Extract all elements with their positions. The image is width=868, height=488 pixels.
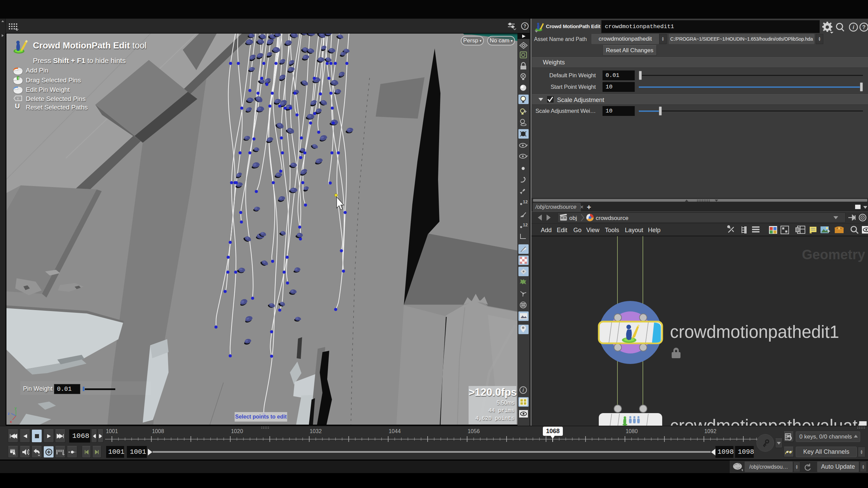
svg-text:y: y <box>15 406 17 410</box>
svg-text:1092: 1092 <box>704 428 716 434</box>
svg-text:Geometry: Geometry <box>802 247 865 262</box>
svg-text:1032: 1032 <box>310 428 322 434</box>
svg-text:1080: 1080 <box>626 428 638 434</box>
svg-text:crowdmotionpathevaluate1: crowdmotionpathevaluate1 <box>670 416 868 426</box>
svg-text:i: i <box>853 24 854 30</box>
svg-text:?: ? <box>524 23 527 29</box>
svg-text:crowdmotionpathedit1: crowdmotionpathedit1 <box>670 322 839 342</box>
svg-text:i: i <box>522 387 524 393</box>
svg-text:?: ? <box>862 24 866 30</box>
svg-text:1056: 1056 <box>468 428 480 434</box>
svg-text:1008: 1008 <box>152 428 164 434</box>
svg-text:1001: 1001 <box>106 428 118 434</box>
svg-text:12: 12 <box>523 222 528 227</box>
svg-text:x: x <box>10 420 12 424</box>
svg-text:z: z <box>8 411 10 415</box>
svg-text:1044: 1044 <box>389 428 401 434</box>
svg-text:x: x <box>17 96 19 100</box>
svg-text:12: 12 <box>523 199 528 204</box>
svg-text:1020: 1020 <box>231 428 243 434</box>
